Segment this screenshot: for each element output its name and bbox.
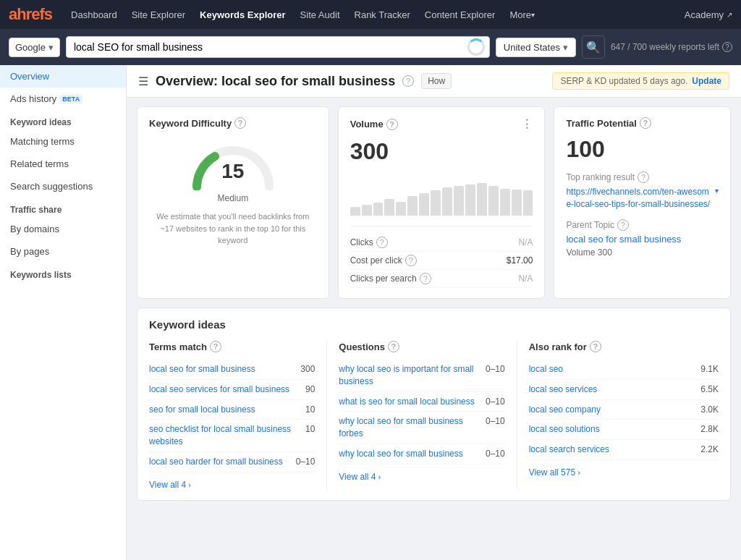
- keyword-link[interactable]: local seo services for small business: [149, 383, 300, 396]
- also-rank-for-col: Also rank for ? local seo 9.1K local seo…: [529, 341, 719, 490]
- nav-dashboard[interactable]: Dashboard: [64, 0, 124, 29]
- list-item: local seo solutions 2.8K: [529, 420, 719, 440]
- sidebar-item-matching-terms[interactable]: Matching terms: [0, 130, 126, 153]
- list-item: local seo 9.1K: [529, 360, 719, 380]
- list-item: local seo for small business 300: [149, 360, 315, 380]
- questions-help-icon[interactable]: ?: [388, 341, 399, 352]
- search-bar: Google United States 🔍 647 / 700 weekly …: [0, 29, 741, 65]
- kd-description: We estimate that you'll need backlinks f…: [149, 211, 317, 247]
- list-item: local seo harder for small business 0–10: [149, 452, 315, 472]
- list-item: why local seo for small business forbes …: [339, 412, 504, 444]
- kd-score: 15: [221, 160, 244, 183]
- keyword-ideas-section: Keyword ideas Terms match ? local seo fo…: [137, 307, 731, 501]
- keyword-value: 300: [300, 363, 315, 374]
- keyword-value: 9.1K: [700, 363, 719, 374]
- ahrefs-logo[interactable]: ahrefs: [9, 5, 52, 24]
- nav-more[interactable]: More: [502, 0, 542, 29]
- nav-site-explorer[interactable]: Site Explorer: [124, 0, 192, 29]
- sidebar-section-traffic-share: Traffic share: [0, 198, 126, 218]
- overview-help-icon[interactable]: ?: [402, 75, 414, 87]
- chevron-right-icon: ›: [577, 468, 580, 477]
- kd-gauge: 15: [186, 136, 280, 190]
- chevron-right-icon: ›: [188, 480, 191, 489]
- also-rank-help-icon[interactable]: ?: [590, 341, 601, 352]
- keyword-value: 6.5K: [700, 383, 719, 394]
- bar-2: [362, 205, 372, 216]
- main-layout: Overview Ads history BETA Keyword ideas …: [0, 65, 741, 560]
- keyword-link[interactable]: local seo solutions: [529, 423, 695, 436]
- sidebar-item-by-domains[interactable]: By domains: [0, 218, 126, 240]
- questions-view-all[interactable]: View all 4 ›: [339, 472, 504, 482]
- sidebar-item-ads-history[interactable]: Ads history BETA: [0, 88, 126, 110]
- keyword-link[interactable]: seo for small local business: [149, 404, 300, 416]
- parent-topic-link[interactable]: local seo for small business: [566, 234, 719, 245]
- terms-match-view-all[interactable]: View all 4 ›: [149, 480, 315, 490]
- bar-15: [512, 190, 522, 216]
- keyword-link[interactable]: seo checklist for local small business w…: [149, 423, 300, 448]
- parent-topic-help-icon[interactable]: ?: [617, 219, 629, 231]
- list-item: why local seo for small business 0–10: [339, 444, 504, 464]
- bar-13: [488, 186, 499, 216]
- keyword-link[interactable]: local search services: [529, 444, 695, 456]
- page-title: Overview: local seo for small business: [156, 74, 395, 89]
- keyword-value: 90: [305, 383, 315, 394]
- kd-help-icon[interactable]: ?: [234, 117, 246, 129]
- country-select[interactable]: United States: [496, 38, 576, 57]
- keyword-link[interactable]: local seo services: [529, 383, 695, 396]
- keyword-link[interactable]: local seo for small business: [149, 363, 295, 376]
- nav-site-audit[interactable]: Site Audit: [293, 0, 347, 29]
- keyword-link[interactable]: what is seo for small local business: [339, 396, 480, 408]
- also-rank-view-all[interactable]: View all 575 ›: [529, 467, 719, 478]
- update-link[interactable]: Update: [692, 76, 721, 86]
- search-input[interactable]: [67, 37, 467, 57]
- traffic-card: Traffic Potential ? 100 Top ranking resu…: [554, 106, 731, 299]
- sidebar-item-related-terms[interactable]: Related terms: [0, 153, 126, 175]
- sidebar-item-overview[interactable]: Overview: [0, 65, 126, 88]
- bar-1: [350, 207, 360, 216]
- keyword-link[interactable]: why local seo for small business: [339, 448, 480, 460]
- cpc-help-icon[interactable]: ?: [405, 255, 417, 266]
- top-ranking-help-icon[interactable]: ?: [638, 171, 649, 183]
- bar-5: [396, 202, 406, 216]
- keyword-value: 2.8K: [700, 423, 719, 434]
- keyword-link[interactable]: local seo company: [529, 404, 695, 416]
- dropdown-arrow-icon: ▾: [715, 186, 719, 196]
- sidebar-item-search-suggestions[interactable]: Search suggestions: [0, 175, 126, 198]
- nav-content-explorer[interactable]: Content Explorer: [418, 0, 503, 29]
- sidebar-item-by-pages[interactable]: By pages: [0, 240, 126, 263]
- how-button[interactable]: How: [421, 73, 452, 89]
- nav-keywords-explorer[interactable]: Keywords Explorer: [192, 0, 293, 29]
- traffic-help-icon[interactable]: ?: [640, 117, 651, 129]
- bar-8: [431, 190, 441, 216]
- keyword-link[interactable]: why local seo for small business forbes: [339, 415, 480, 440]
- keyword-value: 3.0K: [700, 404, 719, 415]
- kd-label: Medium: [217, 193, 248, 203]
- keyword-value: 10: [305, 423, 315, 434]
- engine-select[interactable]: Google: [9, 38, 60, 57]
- keyword-link[interactable]: local seo harder for small business: [149, 456, 290, 468]
- keyword-link[interactable]: local seo: [529, 363, 695, 376]
- volume-help-icon[interactable]: ?: [386, 119, 398, 130]
- terms-match-help-icon[interactable]: ?: [210, 341, 221, 352]
- keyword-link[interactable]: why local seo is important for small bus…: [339, 363, 480, 388]
- nav-rank-tracker[interactable]: Rank Tracker: [347, 0, 418, 29]
- bar-16: [523, 190, 533, 216]
- cpc-row: Cost per click ? $17.00: [350, 252, 533, 270]
- bar-10: [454, 186, 464, 216]
- external-link-icon: ↗: [727, 11, 732, 19]
- keyword-value: 10: [305, 404, 315, 415]
- reports-help-icon[interactable]: ?: [722, 42, 732, 52]
- cps-help-icon[interactable]: ?: [420, 273, 431, 284]
- clicks-help-icon[interactable]: ?: [376, 237, 388, 248]
- keyword-value: 0–10: [486, 415, 505, 426]
- parent-volume: Volume 300: [566, 247, 719, 258]
- reports-left: 647 / 700 weekly reports left ?: [611, 42, 732, 52]
- nav-academy[interactable]: Academy ↗: [685, 9, 732, 20]
- volume-more-button[interactable]: ⋮: [521, 117, 533, 131]
- search-button[interactable]: 🔍: [582, 35, 605, 59]
- list-item: why local seo is important for small bus…: [339, 360, 504, 392]
- top-ranking-url[interactable]: https://fivechannels.com/ten-awe­some-lo…: [566, 186, 719, 211]
- chevron-right-icon: ›: [378, 472, 381, 481]
- cpc-value: $17.00: [507, 255, 533, 266]
- hamburger-icon[interactable]: ☰: [138, 75, 148, 88]
